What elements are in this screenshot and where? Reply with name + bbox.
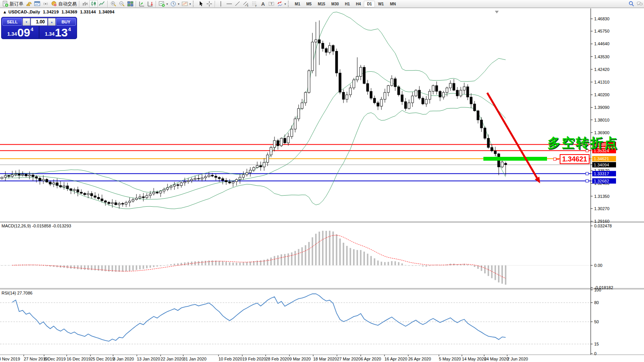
toolbar-auto-trading-button[interactable]: 自动交易 [50, 0, 78, 8]
toolbar-crosshair-tool-button[interactable] [205, 0, 214, 8]
cursor-icon [198, 1, 204, 7]
toolbar-text-tool-button[interactable]: A [259, 0, 267, 8]
line-end-marker[interactable] [586, 172, 588, 175]
toolbar-zoom-in-button[interactable] [109, 0, 118, 8]
shapes-tool-icon [277, 1, 283, 7]
buy-price[interactable]: 1.34134 [40, 26, 76, 38]
buy-price-pip: 4 [68, 26, 71, 32]
toolbar-new-order-button[interactable]: 新订单 [1, 0, 25, 8]
sell-price[interactable]: 1.34094 [2, 26, 38, 38]
toolbar-candlestick-mode-button[interactable] [89, 0, 98, 8]
bollinger-middle-band [5, 71, 506, 199]
timeframe-MN-button[interactable]: MN [387, 1, 399, 7]
svg-text:F: F [255, 5, 257, 7]
toolbar-new-chart-button[interactable]: ▾ [158, 0, 169, 8]
toolbar-chart-template-button[interactable]: ▾ [181, 0, 192, 8]
toolbar-separator [215, 1, 215, 7]
svg-text:27 Mar 2020: 27 Mar 2020 [337, 357, 361, 361]
toolbar-trendline-tool-button[interactable] [233, 0, 242, 8]
turning-point-annotation[interactable]: 多空转折点 [547, 134, 618, 152]
toolbar-auto-scroll-button[interactable] [146, 0, 154, 8]
toolbar-community-chat-button[interactable] [636, 0, 644, 8]
toolbar-arrows-tool-button[interactable]: ▾ [276, 0, 287, 8]
toolbar-drag-handle[interactable] [193, 1, 195, 7]
toolbar-vertical-line-tool-button[interactable] [217, 0, 225, 8]
price-chart-canvas[interactable]: 1.468301.457501.446401.435301.424201.413… [0, 8, 644, 362]
svg-text:15: 15 [594, 342, 599, 346]
volume-decrease-button[interactable]: ▼ [23, 18, 30, 26]
sell-button[interactable]: SELL [2, 18, 22, 26]
zoom-out-icon [119, 1, 125, 7]
toolbar-equidistant-channel-tool-button[interactable]: E [242, 0, 250, 8]
quote-high: 1.34369 [61, 10, 77, 14]
crosshair-icon [206, 1, 212, 7]
autoscroll-icon [147, 1, 153, 7]
indicator-axis-labels: 0.0324780.00-0.0181821008050150 [591, 224, 613, 356]
price-divider [39, 26, 39, 38]
timeframe-M30-button[interactable]: M30 [328, 1, 342, 7]
sell-price-prefix: 1.34 [7, 31, 17, 37]
symbol-collapse-arrow[interactable]: ▲ [3, 10, 7, 14]
toolbar-chart-shift-button[interactable] [138, 0, 146, 8]
toolbar-tile-windows-button[interactable] [126, 0, 135, 8]
timeframe-H4-button[interactable]: H4 [353, 1, 364, 7]
toolbar-gold-quotes-button[interactable] [25, 0, 33, 8]
svg-text:1.31350: 1.31350 [594, 194, 610, 199]
volume-input[interactable]: 1.00 [31, 18, 48, 26]
svg-text:0: 0 [594, 351, 596, 356]
buy-button[interactable]: BUY [56, 18, 76, 26]
quote-low: 1.33144 [80, 10, 96, 14]
svg-text:2 Jun 2020: 2 Jun 2020 [507, 357, 528, 361]
svg-text:1.32682: 1.32682 [594, 179, 609, 183]
shift-end-marker[interactable] [495, 11, 499, 13]
svg-text:80: 80 [594, 300, 599, 305]
toolbar-chart-period-button[interactable]: ▾ [169, 0, 181, 8]
timeframe-M5-button[interactable]: M5 [303, 1, 315, 7]
timeframe-M1-button[interactable]: M1 [292, 1, 303, 7]
market-window-icon [34, 1, 40, 7]
toolbar-bar-chart-mode-button[interactable] [81, 0, 89, 8]
dropdown-caret-icon[interactable]: ▾ [189, 2, 191, 6]
toolbar-fibonacci-tool-button[interactable]: F [250, 0, 259, 8]
chat-icon [637, 1, 643, 7]
macd-indicator [0, 231, 591, 285]
dropdown-caret-icon[interactable]: ▾ [166, 2, 168, 6]
timeframe-W1-button[interactable]: W1 [375, 1, 387, 7]
toolbar-horizontal-line-tool-button[interactable] [225, 0, 233, 8]
toolbar-drag-handle[interactable] [288, 1, 290, 7]
svg-text:6 Apr 2020: 6 Apr 2020 [361, 357, 381, 361]
toolbar-broadcast-button[interactable] [41, 0, 50, 8]
timeframe-M15-button[interactable]: M15 [315, 1, 328, 7]
toolbar-text-label-tool-button[interactable]: T [267, 0, 276, 8]
dropdown-caret-icon[interactable]: ▾ [284, 2, 286, 6]
toolbar-market-watch-button[interactable] [33, 0, 41, 8]
downtrend-arrow[interactable] [487, 93, 537, 178]
support-zone-rectangle[interactable] [483, 157, 547, 161]
timeframe-D1-button[interactable]: D1 [364, 1, 375, 7]
date-axis[interactable]: 8 Nov 201927 Nov 20196 Dec 201916 Dec 20… [0, 355, 528, 361]
toolbar-auto-trading-label: 自动交易 [58, 1, 77, 7]
svg-text:1.34621: 1.34621 [594, 156, 609, 161]
toolbar-search-button[interactable] [627, 0, 636, 8]
svg-text:1.42420: 1.42420 [594, 67, 610, 72]
toolbar-cursor-tool-button[interactable] [197, 0, 205, 8]
callout-anchor-square[interactable] [554, 158, 556, 161]
toolbar-zoom-out-button[interactable] [118, 0, 126, 8]
svg-text:1.45750: 1.45750 [594, 29, 610, 33]
symbol-title: USDCAD-,Daily [8, 10, 40, 14]
toolbar-line-chart-mode-button[interactable] [98, 0, 106, 8]
dropdown-caret-icon[interactable]: ▾ [178, 2, 179, 6]
svg-text:100: 100 [594, 288, 601, 292]
timeframe-H1-button[interactable]: H1 [342, 1, 353, 7]
sell-price-pip: 4 [31, 26, 33, 32]
volume-increase-button[interactable]: ▲ [48, 18, 56, 26]
template-chart-icon [182, 1, 188, 7]
svg-text:28 Feb 2020: 28 Feb 2020 [266, 357, 289, 361]
broadcast-icon [43, 1, 49, 7]
price-level-callout[interactable]: 1.34621 [560, 154, 590, 164]
svg-text:16 Apr 2020: 16 Apr 2020 [384, 357, 407, 361]
svg-text:1.29160: 1.29160 [594, 219, 610, 224]
svg-text:E: E [247, 4, 249, 7]
price-axis-labels: 1.468301.457501.446401.435301.424201.413… [591, 16, 616, 224]
line-end-marker[interactable] [586, 179, 588, 182]
